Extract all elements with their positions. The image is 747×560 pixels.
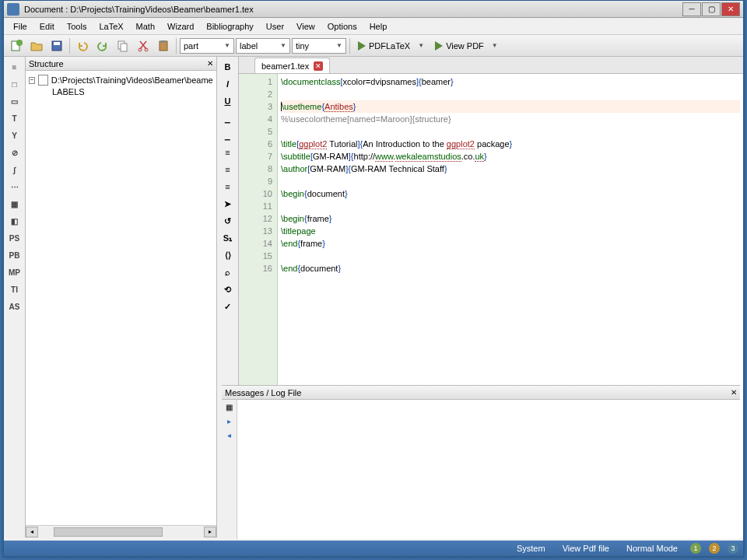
symbol-btn-13[interactable]: TI (5, 282, 24, 297)
close-icon[interactable]: ✕ (731, 388, 737, 397)
size-combo[interactable]: tiny▼ (292, 38, 346, 54)
file-tab[interactable]: beamer1.tex ✕ (254, 58, 330, 73)
format-btn-0[interactable]: B (219, 59, 237, 75)
scroll-right-button[interactable]: ▸ (204, 527, 216, 537)
collapse-icon[interactable]: − (29, 77, 35, 84)
line-number: 7 (240, 150, 272, 163)
menu-help[interactable]: Help (363, 19, 394, 33)
symbol-btn-3[interactable]: T (5, 110, 24, 126)
format-btn-14[interactable]: ✓ (219, 299, 237, 314)
status-badge-3[interactable]: 3 (728, 543, 738, 554)
format-btn-7[interactable]: ≡ (219, 179, 237, 194)
save-button[interactable] (47, 37, 66, 54)
menu-options[interactable]: Options (321, 19, 363, 33)
symbol-btn-2[interactable]: ▭ (5, 93, 24, 109)
format-btn-10[interactable]: S₁ (219, 230, 237, 246)
code-line[interactable]: \titlepage (281, 225, 740, 237)
status-badge-2[interactable]: 2 (709, 543, 720, 554)
status-system[interactable]: System (512, 544, 550, 553)
symbol-btn-11[interactable]: PB (5, 247, 24, 263)
code-line[interactable]: \begin{frame} (281, 212, 740, 225)
references-combo[interactable]: label▼ (236, 38, 290, 54)
menu-view[interactable]: View (290, 19, 321, 33)
menu-math[interactable]: Math (130, 19, 161, 33)
format-btn-8[interactable]: ➤ (219, 196, 237, 212)
code-line[interactable]: \title[ggplot2 Tutorial]{An Introduction… (281, 138, 740, 150)
scroll-left-button[interactable]: ◂ (26, 527, 38, 537)
format-btn-2[interactable]: U (219, 93, 237, 109)
view-button[interactable]: View PDF▼ (430, 37, 503, 54)
symbol-btn-9[interactable]: ◧ (5, 213, 24, 229)
structure-scrollbar[interactable]: ◂ ▸ (26, 525, 216, 537)
code-line[interactable] (281, 200, 740, 212)
code-line[interactable]: \begin{document} (281, 187, 740, 200)
symbol-btn-6[interactable]: ∫ (5, 162, 24, 177)
chevron-down-icon: ▼ (492, 42, 498, 49)
tab-close-icon[interactable]: ✕ (314, 61, 323, 71)
code-line[interactable] (281, 125, 740, 138)
symbol-btn-8[interactable]: ▦ (5, 196, 24, 212)
symbol-btn-7[interactable]: ⋯ (5, 179, 24, 194)
menu-bibliography[interactable]: Bibliography (200, 19, 260, 33)
symbol-btn-0[interactable]: ≡ (5, 59, 24, 75)
close-icon[interactable]: ✕ (207, 59, 213, 68)
structure-tree[interactable]: − D:\Projects\TrainingVideos\Beamer\beam… (26, 71, 216, 525)
menu-user[interactable]: User (260, 19, 290, 33)
minimize-button[interactable]: ─ (682, 2, 701, 16)
prev-icon[interactable]: ◂ (224, 429, 235, 440)
code-line[interactable] (281, 250, 740, 262)
code-line[interactable] (281, 88, 740, 100)
format-btn-3[interactable]: ⎯ (219, 110, 237, 126)
format-btn-5[interactable]: ≡ (219, 145, 237, 160)
status-mode[interactable]: Normal Mode (622, 544, 682, 553)
code-line[interactable]: \author[GM-RAM]{GM-RAM Technical Staff} (281, 163, 740, 175)
open-file-button[interactable] (27, 37, 46, 54)
symbol-btn-12[interactable]: MP (5, 264, 24, 280)
code-line[interactable] (281, 175, 740, 187)
combo-label: part (184, 41, 198, 51)
code-line[interactable]: \end{frame} (281, 237, 740, 250)
tree-child-item[interactable]: LABELS (29, 86, 213, 97)
code-line[interactable]: \subtitle[GM-RAM]{http://www.wekaleamstu… (281, 150, 740, 163)
maximize-button[interactable]: ▢ (702, 2, 721, 16)
undo-button[interactable] (73, 37, 92, 54)
copy-button[interactable] (114, 37, 132, 54)
format-btn-4[interactable]: ⎯ (219, 128, 237, 143)
compile-button[interactable]: PDFLaTeX▼ (353, 37, 429, 54)
menu-wizard[interactable]: Wizard (161, 19, 200, 33)
symbol-btn-10[interactable]: PS (5, 230, 24, 246)
menu-file[interactable]: File (7, 19, 33, 33)
code-line[interactable]: \end{document} (281, 262, 740, 275)
symbol-btn-14[interactable]: AS (5, 299, 24, 314)
log-icon[interactable]: ▦ (224, 401, 235, 412)
format-btn-12[interactable]: ⌕ (219, 264, 237, 280)
sectioning-combo[interactable]: part▼ (180, 38, 234, 54)
format-btn-11[interactable]: ⟨⟩ (219, 247, 237, 263)
status-viewpdf[interactable]: View Pdf file (558, 544, 614, 553)
code-line[interactable]: \usetheme{Antibes} (281, 100, 740, 113)
symbol-btn-4[interactable]: Y (5, 128, 24, 143)
scroll-thumb[interactable] (54, 527, 163, 537)
menu-tools[interactable]: Tools (61, 19, 93, 33)
cut-button[interactable] (134, 37, 153, 54)
tree-root-item[interactable]: − D:\Projects\TrainingVideos\Beamer\beam… (29, 74, 213, 86)
toolbar: part▼ label▼ tiny▼ PDFLaTeX▼ View PDF▼ (4, 35, 743, 57)
redo-button[interactable] (93, 37, 112, 54)
status-badge-1[interactable]: 1 (690, 543, 701, 554)
format-btn-6[interactable]: ≡ (219, 162, 237, 177)
format-btn-1[interactable]: I (219, 76, 237, 92)
paste-button[interactable] (154, 37, 173, 54)
app-icon (7, 3, 19, 16)
next-icon[interactable]: ▸ (224, 415, 235, 426)
messages-content[interactable] (237, 400, 740, 539)
format-btn-9[interactable]: ↺ (219, 213, 237, 229)
symbol-btn-1[interactable]: □ (5, 76, 24, 92)
new-file-button[interactable] (7, 37, 26, 54)
code-line[interactable]: %\usecolortheme[named=Maroon]{structure} (281, 113, 740, 125)
format-btn-13[interactable]: ⟲ (219, 282, 237, 297)
code-line[interactable]: \documentclass[xcolor=dvipsnames]{beamer… (281, 75, 740, 88)
menu-latex[interactable]: LaTeX (93, 19, 129, 33)
close-button[interactable]: ✕ (721, 2, 740, 16)
symbol-btn-5[interactable]: ⊘ (5, 145, 24, 160)
menu-edit[interactable]: Edit (33, 19, 61, 33)
